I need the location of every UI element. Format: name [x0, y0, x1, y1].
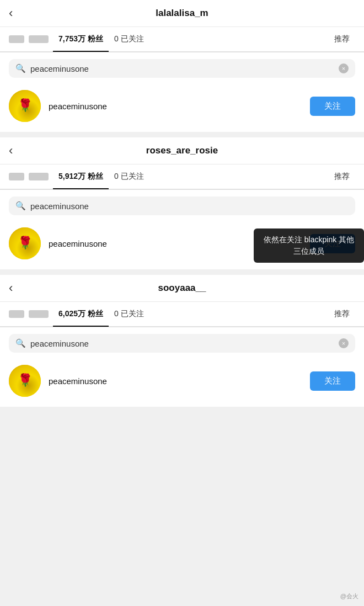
- tab-recommend-1[interactable]: 推荐: [329, 28, 355, 51]
- profile-header-3: ‹ sooyaaa__: [0, 275, 364, 302]
- avatar-img-1: [9, 90, 41, 122]
- result-row-2: peaceminusone 关注 依然在关注 blackpink 其他三位成员: [0, 222, 364, 269]
- tab-followers-3[interactable]: 6,025万 粉丝: [53, 302, 109, 326]
- tab-thumb-3a: [9, 310, 24, 318]
- avatar-1: [9, 90, 41, 122]
- back-icon-2[interactable]: ‹: [9, 145, 13, 157]
- avatar-img-2: [9, 227, 41, 259]
- tab-followers-2[interactable]: 5,912万 粉丝: [53, 165, 109, 188]
- tab-thumb-1b: [29, 35, 49, 43]
- search-icon-1: 🔍: [15, 63, 26, 73]
- tab-recommend-2[interactable]: 推荐: [329, 165, 355, 188]
- flower-icon-3: [18, 373, 32, 387]
- tab-followers-1[interactable]: 7,753万 粉丝: [53, 28, 109, 51]
- avatar-2: [9, 227, 41, 259]
- profile-username-3: sooyaaa__: [158, 283, 206, 294]
- flower-icon-2: [18, 236, 32, 250]
- back-icon-3[interactable]: ‹: [9, 282, 13, 294]
- search-query-1: peaceminusone: [30, 64, 334, 73]
- flower-icon-1: [18, 98, 32, 113]
- profile-header-2: ‹ roses_are_rosie: [0, 137, 364, 164]
- profile-username-1: lalalalisa_m: [156, 8, 208, 19]
- follow-button-3[interactable]: 关注: [310, 371, 355, 391]
- search-bar-2[interactable]: 🔍 peaceminusone: [9, 196, 355, 215]
- tab-thumb-3b: [29, 310, 49, 318]
- back-icon-1[interactable]: ‹: [9, 7, 13, 19]
- search-icon-2: 🔍: [15, 201, 26, 211]
- tab-following-3[interactable]: 0 已关注: [109, 302, 149, 326]
- profile-username-2: roses_are_rosie: [146, 145, 218, 156]
- search-clear-3[interactable]: ×: [339, 338, 349, 348]
- result-row-1: peaceminusone 关注: [0, 84, 364, 132]
- tabs-row-2: 5,912万 粉丝 0 已关注 推荐: [0, 164, 364, 190]
- tooltip-2: 依然在关注 blackpink 其他三位成员: [254, 228, 364, 263]
- profile-section-3: ‹ sooyaaa__ 6,025万 粉丝 0 已关注 推荐 🔍 peacemi…: [0, 275, 364, 407]
- watermark: @会火: [340, 592, 358, 600]
- search-query-2: peaceminusone: [30, 201, 349, 211]
- tabs-row-3: 6,025万 粉丝 0 已关注 推荐: [0, 302, 364, 327]
- result-row-3: peaceminusone 关注: [0, 359, 364, 407]
- follow-button-1[interactable]: 关注: [310, 97, 355, 116]
- tab-thumb-1a: [9, 35, 24, 43]
- profile-section-2: ‹ roses_are_rosie 5,912万 粉丝 0 已关注 推荐 🔍 p…: [0, 137, 364, 269]
- profile-header-1: ‹ lalalalisa_m: [0, 0, 364, 27]
- profile-section-1: ‹ lalalalisa_m 7,753万 粉丝 0 已关注 推荐 🔍 peac…: [0, 0, 364, 132]
- search-bar-1[interactable]: 🔍 peaceminusone ×: [9, 59, 355, 78]
- search-icon-3: 🔍: [15, 338, 26, 348]
- search-query-3: peaceminusone: [30, 339, 334, 348]
- search-bar-3[interactable]: 🔍 peaceminusone ×: [9, 334, 355, 353]
- avatar-3: [9, 365, 41, 397]
- tab-following-2[interactable]: 0 已关注: [109, 165, 149, 188]
- tabs-row-1: 7,753万 粉丝 0 已关注 推荐: [0, 27, 364, 52]
- result-name-1: peaceminusone: [49, 102, 302, 111]
- tab-thumb-2b: [29, 173, 49, 180]
- tab-thumb-2a: [9, 173, 24, 180]
- avatar-img-3: [9, 365, 41, 397]
- search-clear-1[interactable]: ×: [339, 63, 349, 73]
- result-name-3: peaceminusone: [49, 376, 302, 386]
- tab-following-1[interactable]: 0 已关注: [109, 28, 149, 51]
- tab-recommend-3[interactable]: 推荐: [329, 302, 355, 326]
